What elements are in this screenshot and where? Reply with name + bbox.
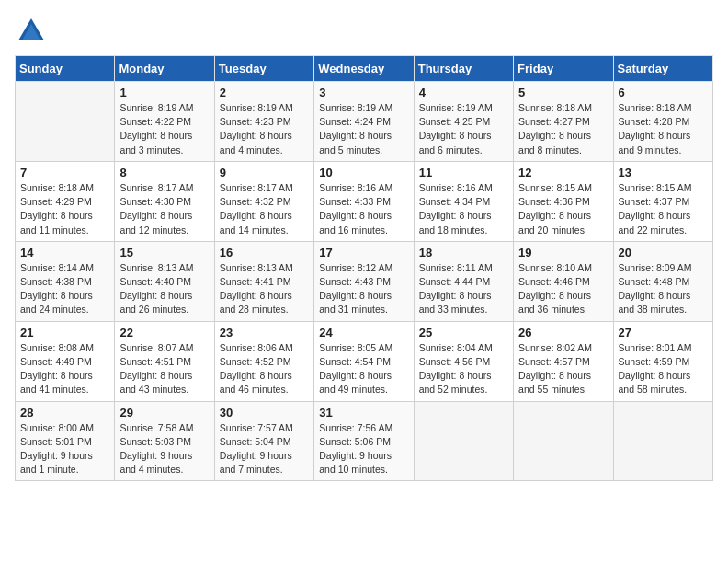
day-header-wednesday: Wednesday <box>314 56 414 82</box>
week-row-1: 1Sunrise: 8:19 AM Sunset: 4:22 PM Daylig… <box>16 82 713 162</box>
day-header-sunday: Sunday <box>16 56 115 82</box>
day-cell: 24Sunrise: 8:05 AM Sunset: 4:54 PM Dayli… <box>314 321 414 401</box>
day-header-tuesday: Tuesday <box>214 56 313 82</box>
week-row-4: 21Sunrise: 8:08 AM Sunset: 4:49 PM Dayli… <box>16 321 713 401</box>
day-number: 8 <box>119 166 209 179</box>
day-number: 23 <box>220 326 309 339</box>
day-info: Sunrise: 7:57 AM Sunset: 5:04 PM Dayligh… <box>220 421 309 477</box>
day-info: Sunrise: 8:01 AM Sunset: 4:59 PM Dayligh… <box>619 341 708 397</box>
day-cell: 31Sunrise: 7:56 AM Sunset: 5:06 PM Dayli… <box>314 401 414 481</box>
day-number: 3 <box>319 86 408 99</box>
day-number: 15 <box>119 246 209 259</box>
day-info: Sunrise: 8:06 AM Sunset: 4:52 PM Dayligh… <box>220 341 309 397</box>
day-number: 6 <box>619 86 708 99</box>
day-info: Sunrise: 8:14 AM Sunset: 4:38 PM Dayligh… <box>20 261 109 317</box>
day-cell: 5Sunrise: 8:18 AM Sunset: 4:27 PM Daylig… <box>514 82 613 162</box>
day-number: 28 <box>20 406 109 419</box>
day-cell: 22Sunrise: 8:07 AM Sunset: 4:51 PM Dayli… <box>115 321 214 401</box>
day-number: 24 <box>319 326 408 339</box>
day-cell: 7Sunrise: 8:18 AM Sunset: 4:29 PM Daylig… <box>16 161 115 241</box>
day-cell: 8Sunrise: 8:17 AM Sunset: 4:30 PM Daylig… <box>115 161 214 241</box>
day-info: Sunrise: 8:18 AM Sunset: 4:28 PM Dayligh… <box>619 101 708 157</box>
day-number: 30 <box>220 406 309 419</box>
day-number: 29 <box>119 406 209 419</box>
day-cell: 3Sunrise: 8:19 AM Sunset: 4:24 PM Daylig… <box>314 82 414 162</box>
day-cell: 15Sunrise: 8:13 AM Sunset: 4:40 PM Dayli… <box>115 241 214 321</box>
day-header-thursday: Thursday <box>414 56 513 82</box>
day-info: Sunrise: 8:17 AM Sunset: 4:32 PM Dayligh… <box>220 181 309 237</box>
day-number: 27 <box>619 326 708 339</box>
day-cell: 25Sunrise: 8:04 AM Sunset: 4:56 PM Dayli… <box>414 321 513 401</box>
day-cell: 29Sunrise: 7:58 AM Sunset: 5:03 PM Dayli… <box>115 401 214 481</box>
logo <box>15 15 51 48</box>
day-number: 21 <box>20 326 109 339</box>
day-cell: 23Sunrise: 8:06 AM Sunset: 4:52 PM Dayli… <box>214 321 313 401</box>
day-info: Sunrise: 8:05 AM Sunset: 4:54 PM Dayligh… <box>319 341 408 397</box>
day-number: 26 <box>518 326 608 339</box>
day-cell: 1Sunrise: 8:19 AM Sunset: 4:22 PM Daylig… <box>115 82 214 162</box>
week-row-3: 14Sunrise: 8:14 AM Sunset: 4:38 PM Dayli… <box>16 241 713 321</box>
day-number: 20 <box>619 246 708 259</box>
day-info: Sunrise: 7:58 AM Sunset: 5:03 PM Dayligh… <box>119 421 209 477</box>
day-cell <box>514 401 613 481</box>
day-cell: 26Sunrise: 8:02 AM Sunset: 4:57 PM Dayli… <box>514 321 613 401</box>
day-info: Sunrise: 8:19 AM Sunset: 4:23 PM Dayligh… <box>220 101 309 157</box>
day-cell: 14Sunrise: 8:14 AM Sunset: 4:38 PM Dayli… <box>16 241 115 321</box>
day-cell: 27Sunrise: 8:01 AM Sunset: 4:59 PM Dayli… <box>613 321 712 401</box>
day-cell <box>414 401 513 481</box>
day-info: Sunrise: 8:19 AM Sunset: 4:25 PM Dayligh… <box>419 101 508 157</box>
day-number: 11 <box>419 166 508 179</box>
day-cell: 9Sunrise: 8:17 AM Sunset: 4:32 PM Daylig… <box>214 161 313 241</box>
day-cell: 17Sunrise: 8:12 AM Sunset: 4:43 PM Dayli… <box>314 241 414 321</box>
day-info: Sunrise: 8:16 AM Sunset: 4:34 PM Dayligh… <box>419 181 508 237</box>
day-cell: 12Sunrise: 8:15 AM Sunset: 4:36 PM Dayli… <box>514 161 613 241</box>
day-number: 13 <box>619 166 708 179</box>
day-number: 31 <box>319 406 408 419</box>
day-info: Sunrise: 8:19 AM Sunset: 4:24 PM Dayligh… <box>319 101 408 157</box>
day-info: Sunrise: 8:10 AM Sunset: 4:46 PM Dayligh… <box>518 261 608 317</box>
day-header-saturday: Saturday <box>613 56 712 82</box>
day-cell: 21Sunrise: 8:08 AM Sunset: 4:49 PM Dayli… <box>16 321 115 401</box>
day-cell: 4Sunrise: 8:19 AM Sunset: 4:25 PM Daylig… <box>414 82 513 162</box>
day-number: 1 <box>119 86 209 99</box>
day-info: Sunrise: 8:15 AM Sunset: 4:37 PM Dayligh… <box>619 181 708 237</box>
day-info: Sunrise: 8:18 AM Sunset: 4:29 PM Dayligh… <box>20 181 109 237</box>
day-info: Sunrise: 8:18 AM Sunset: 4:27 PM Dayligh… <box>518 101 608 157</box>
day-info: Sunrise: 8:11 AM Sunset: 4:44 PM Dayligh… <box>419 261 508 317</box>
logo-icon <box>15 15 48 48</box>
day-number: 19 <box>518 246 608 259</box>
day-info: Sunrise: 8:02 AM Sunset: 4:57 PM Dayligh… <box>518 341 608 397</box>
day-info: Sunrise: 8:13 AM Sunset: 4:41 PM Dayligh… <box>220 261 309 317</box>
day-number: 22 <box>119 326 209 339</box>
day-info: Sunrise: 8:19 AM Sunset: 4:22 PM Dayligh… <box>119 101 209 157</box>
calendar: SundayMondayTuesdayWednesdayThursdayFrid… <box>15 55 713 481</box>
day-info: Sunrise: 8:16 AM Sunset: 4:33 PM Dayligh… <box>319 181 408 237</box>
day-header-monday: Monday <box>115 56 214 82</box>
page-header <box>15 15 713 48</box>
day-number: 18 <box>419 246 508 259</box>
day-cell: 11Sunrise: 8:16 AM Sunset: 4:34 PM Dayli… <box>414 161 513 241</box>
day-cell: 16Sunrise: 8:13 AM Sunset: 4:41 PM Dayli… <box>214 241 313 321</box>
day-number: 10 <box>319 166 408 179</box>
day-info: Sunrise: 8:00 AM Sunset: 5:01 PM Dayligh… <box>20 421 109 477</box>
day-header-friday: Friday <box>514 56 613 82</box>
day-info: Sunrise: 8:09 AM Sunset: 4:48 PM Dayligh… <box>619 261 708 317</box>
week-row-2: 7Sunrise: 8:18 AM Sunset: 4:29 PM Daylig… <box>16 161 713 241</box>
day-cell: 18Sunrise: 8:11 AM Sunset: 4:44 PM Dayli… <box>414 241 513 321</box>
day-info: Sunrise: 8:04 AM Sunset: 4:56 PM Dayligh… <box>419 341 508 397</box>
day-info: Sunrise: 8:07 AM Sunset: 4:51 PM Dayligh… <box>119 341 209 397</box>
day-cell: 13Sunrise: 8:15 AM Sunset: 4:37 PM Dayli… <box>613 161 712 241</box>
day-number: 7 <box>20 166 109 179</box>
day-info: Sunrise: 8:08 AM Sunset: 4:49 PM Dayligh… <box>20 341 109 397</box>
day-number: 16 <box>220 246 309 259</box>
day-cell: 2Sunrise: 8:19 AM Sunset: 4:23 PM Daylig… <box>214 82 313 162</box>
day-info: Sunrise: 8:12 AM Sunset: 4:43 PM Dayligh… <box>319 261 408 317</box>
day-number: 25 <box>419 326 508 339</box>
week-row-5: 28Sunrise: 8:00 AM Sunset: 5:01 PM Dayli… <box>16 401 713 481</box>
day-number: 4 <box>419 86 508 99</box>
day-info: Sunrise: 8:15 AM Sunset: 4:36 PM Dayligh… <box>518 181 608 237</box>
day-cell: 10Sunrise: 8:16 AM Sunset: 4:33 PM Dayli… <box>314 161 414 241</box>
calendar-header: SundayMondayTuesdayWednesdayThursdayFrid… <box>16 56 713 82</box>
day-cell: 19Sunrise: 8:10 AM Sunset: 4:46 PM Dayli… <box>514 241 613 321</box>
day-cell: 28Sunrise: 8:00 AM Sunset: 5:01 PM Dayli… <box>16 401 115 481</box>
